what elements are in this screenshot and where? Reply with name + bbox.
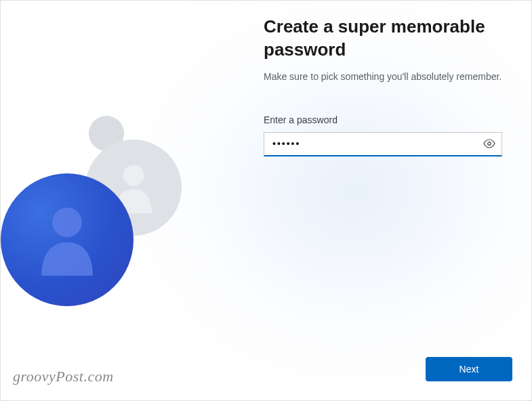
main-content: Create a super memorable password Make s… <box>264 16 508 156</box>
svg-point-0 <box>123 165 144 186</box>
reveal-password-button[interactable] <box>477 133 502 155</box>
next-button[interactable]: Next <box>426 357 512 381</box>
decorative-avatar-blue <box>1 173 134 306</box>
page-subtitle: Make sure to pick something you'll absol… <box>264 71 508 82</box>
page-title: Create a super memorable password <box>264 16 508 62</box>
svg-point-1 <box>52 207 82 237</box>
user-illustration <box>1 116 197 319</box>
watermark-text: groovyPost.com <box>13 368 114 385</box>
password-input-wrapper <box>264 132 502 156</box>
password-label: Enter a password <box>264 114 508 125</box>
eye-icon <box>483 139 495 148</box>
password-input[interactable] <box>264 133 477 155</box>
svg-point-2 <box>488 142 491 146</box>
person-icon <box>37 205 97 276</box>
